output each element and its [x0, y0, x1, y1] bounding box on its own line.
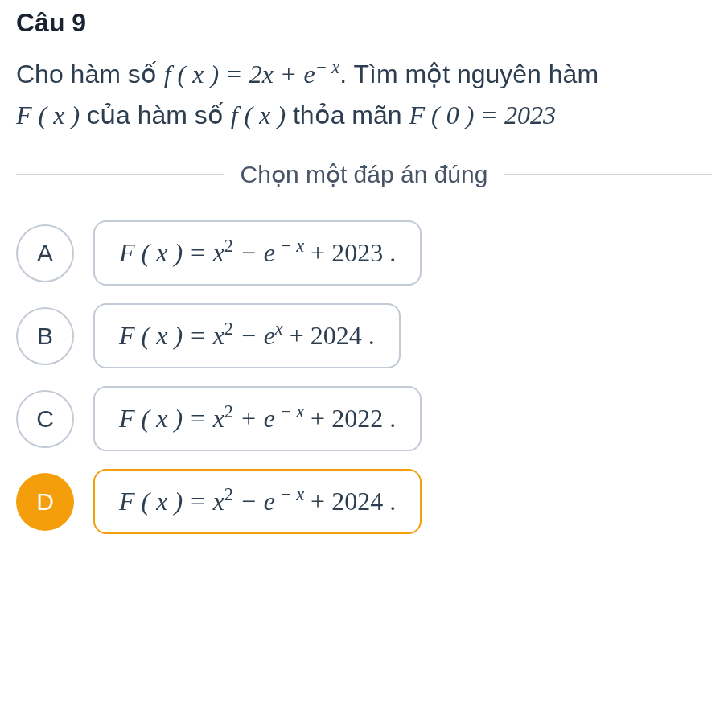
- question-text-part3: của hàm số: [80, 101, 231, 129]
- question-prompt: Cho hàm số f ( x ) = 2x + e− x. Tìm một …: [16, 54, 712, 136]
- question-text-part1: Cho hàm số: [16, 60, 164, 88]
- option-d-letter: D: [16, 473, 74, 531]
- option-a-content: F ( x ) = x2 − e − x + 2023 .: [93, 220, 422, 286]
- option-a-letter: A: [16, 224, 74, 282]
- option-d-prefix: F ( x ) = x: [119, 487, 224, 516]
- option-b-suffix: + 2024 .: [283, 321, 375, 350]
- option-d-midop: − e: [233, 487, 275, 516]
- question-formula1: f ( x ) = 2x + e− x: [164, 60, 340, 88]
- option-c-sq: 2: [224, 402, 233, 422]
- option-b-midop: − e: [233, 321, 275, 350]
- question-number: Câu 9: [16, 8, 712, 38]
- question-formula2: F ( x ): [16, 101, 80, 129]
- question-text-part2: . Tìm một nguyên hàm: [339, 60, 598, 88]
- option-a[interactable]: A F ( x ) = x2 − e − x + 2023 .: [16, 220, 712, 286]
- option-d-exp2: − x: [275, 485, 304, 505]
- option-a-exp2: − x: [275, 236, 304, 257]
- option-c-midop: + e: [233, 404, 275, 433]
- option-b-letter: B: [16, 307, 74, 365]
- instruction-row: Chọn một đáp án đúng: [16, 160, 712, 188]
- option-b-content: F ( x ) = x2 − ex + 2024 .: [93, 303, 401, 368]
- instruction-text: Chọn một đáp án đúng: [224, 160, 504, 188]
- option-c[interactable]: C F ( x ) = x2 + e − x + 2022 .: [16, 386, 712, 451]
- option-b-prefix: F ( x ) = x: [119, 321, 224, 350]
- option-b-sq: 2: [224, 319, 233, 339]
- divider-right: [504, 174, 712, 175]
- option-c-letter: C: [16, 390, 74, 448]
- option-a-suffix: + 2023 .: [304, 238, 396, 267]
- option-c-exp2: − x: [275, 402, 304, 422]
- option-c-prefix: F ( x ) = x: [119, 404, 224, 433]
- question-text-part4: thỏa mãn: [286, 101, 409, 129]
- option-d-suffix: + 2024 .: [304, 487, 396, 516]
- question-formula1-exp: − x: [315, 57, 340, 77]
- option-b[interactable]: B F ( x ) = x2 − ex + 2024 .: [16, 303, 712, 368]
- option-c-suffix: + 2022 .: [304, 404, 396, 433]
- option-d[interactable]: D F ( x ) = x2 − e − x + 2024 .: [16, 469, 712, 534]
- option-d-sq: 2: [224, 485, 233, 505]
- divider-left: [16, 174, 224, 175]
- option-c-content: F ( x ) = x2 + e − x + 2022 .: [93, 386, 422, 451]
- question-formula3: f ( x ): [231, 101, 286, 129]
- option-a-prefix: F ( x ) = x: [119, 238, 224, 267]
- option-b-exp2: x: [275, 319, 283, 339]
- option-a-midop: − e: [233, 238, 275, 267]
- option-d-content: F ( x ) = x2 − e − x + 2024 .: [93, 469, 422, 534]
- option-a-sq: 2: [224, 236, 233, 257]
- question-formula4: F ( 0 ) = 2023: [409, 101, 555, 129]
- options-container: A F ( x ) = x2 − e − x + 2023 . B F ( x …: [16, 220, 712, 534]
